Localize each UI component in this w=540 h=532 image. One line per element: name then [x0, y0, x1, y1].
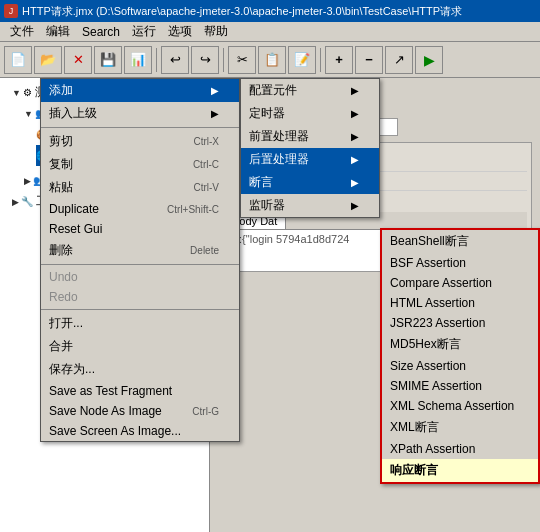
ctx-open[interactable]: 打开... — [41, 312, 239, 335]
ctx-config-element[interactable]: 配置元件 ▶ — [241, 79, 379, 102]
ctx-reset-gui[interactable]: Reset Gui — [41, 219, 239, 239]
context-menu-overlay: 添加 ▶ 插入上级 ▶ 剪切 Ctrl-X 复制 Ctrl-C 粘贴 Ctrl-… — [0, 0, 540, 532]
ctx-beanshell[interactable]: BeanShell断言 — [382, 230, 538, 253]
ctx-sep2 — [41, 264, 239, 265]
ctx-listener[interactable]: 监听器 ▶ — [241, 194, 379, 217]
ctx-paste[interactable]: 粘贴 Ctrl-V — [41, 176, 239, 199]
ctx-timer[interactable]: 定时器 ▶ — [241, 102, 379, 125]
ctx-duplicate[interactable]: Duplicate Ctrl+Shift-C — [41, 199, 239, 219]
context-menu-add: 配置元件 ▶ 定时器 ▶ 前置处理器 ▶ 后置处理器 ▶ 断言 ▶ 监听器 ▶ — [240, 78, 380, 218]
ctx-post-processor[interactable]: 后置处理器 ▶ — [241, 148, 379, 171]
ctx-insert-parent[interactable]: 插入上级 ▶ — [41, 102, 239, 125]
ctx-delete[interactable]: 删除 Delete — [41, 239, 239, 262]
ctx-xmlschema[interactable]: XML Schema Assertion — [382, 396, 538, 416]
ctx-insert-arrow: ▶ — [211, 108, 219, 119]
ctx-bsf[interactable]: BSF Assertion — [382, 253, 538, 273]
ctx-size[interactable]: Size Assertion — [382, 356, 538, 376]
ctx-add[interactable]: 添加 ▶ — [41, 79, 239, 102]
context-menu-main: 添加 ▶ 插入上级 ▶ 剪切 Ctrl-X 复制 Ctrl-C 粘贴 Ctrl-… — [40, 78, 240, 442]
ctx-jsr223[interactable]: JSR223 Assertion — [382, 313, 538, 333]
ctx-html[interactable]: HTML Assertion — [382, 293, 538, 313]
ctx-smime[interactable]: SMIME Assertion — [382, 376, 538, 396]
ctx-sep3 — [41, 309, 239, 310]
ctx-cut[interactable]: 剪切 Ctrl-X — [41, 130, 239, 153]
ctx-redo: Redo — [41, 287, 239, 307]
ctx-merge[interactable]: 合并 — [41, 335, 239, 358]
ctx-save-screen-image[interactable]: Save Screen As Image... — [41, 421, 239, 441]
post-arrow: ▶ — [351, 154, 359, 165]
ctx-undo: Undo — [41, 267, 239, 287]
listener-arrow: ▶ — [351, 200, 359, 211]
ctx-compare[interactable]: Compare Assertion — [382, 273, 538, 293]
config-arrow: ▶ — [351, 85, 359, 96]
ctx-save-node-image[interactable]: Save Node As Image Ctrl-G — [41, 401, 239, 421]
ctx-response-assertion[interactable]: 响应断言 — [382, 459, 538, 482]
ctx-assertion[interactable]: 断言 ▶ — [241, 171, 379, 194]
timer-arrow: ▶ — [351, 108, 359, 119]
ctx-saveas[interactable]: 保存为... — [41, 358, 239, 381]
ctx-save-fragment[interactable]: Save as Test Fragment — [41, 381, 239, 401]
context-menu-assertion: BeanShell断言 BSF Assertion Compare Assert… — [380, 228, 540, 484]
pre-arrow: ▶ — [351, 131, 359, 142]
ctx-xml[interactable]: XML断言 — [382, 416, 538, 439]
ctx-md5hex[interactable]: MD5Hex断言 — [382, 333, 538, 356]
assertion-arrow: ▶ — [351, 177, 359, 188]
ctx-add-arrow: ▶ — [211, 85, 219, 96]
ctx-copy[interactable]: 复制 Ctrl-C — [41, 153, 239, 176]
ctx-xpath[interactable]: XPath Assertion — [382, 439, 538, 459]
ctx-sep1 — [41, 127, 239, 128]
ctx-pre-processor[interactable]: 前置处理器 ▶ — [241, 125, 379, 148]
